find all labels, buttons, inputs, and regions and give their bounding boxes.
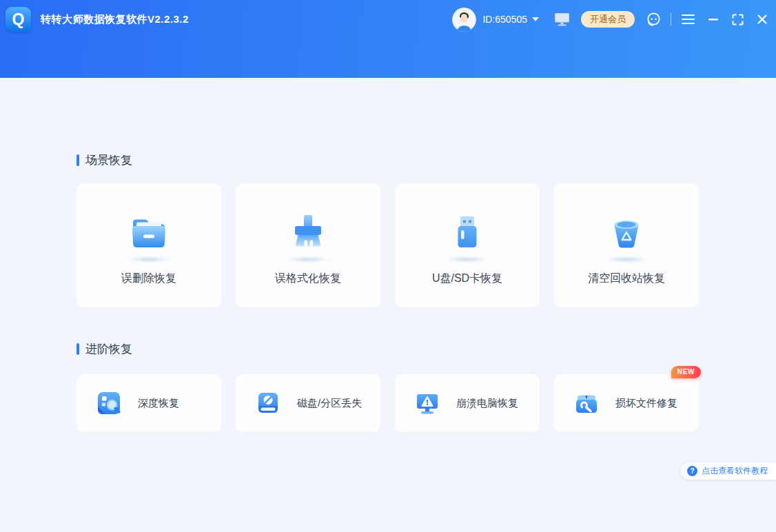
crashed-pc-icon [413, 389, 441, 417]
minimize-icon [708, 14, 719, 25]
vip-upgrade-button[interactable]: 开通会员 [581, 11, 635, 28]
section-title-advanced: 进阶恢复 [76, 342, 699, 356]
device-monitor-icon[interactable] [554, 12, 570, 26]
usb-drive-icon [445, 210, 489, 254]
card-label: 磁盘/分区丢失 [297, 397, 362, 410]
app-logo-icon: Q [6, 7, 31, 32]
section-accent-bar [76, 154, 79, 166]
icon-shadow [604, 256, 649, 263]
maximize-icon [732, 14, 744, 25]
recycle-bin-icon [604, 210, 649, 254]
card-label: 崩溃电脑恢复 [456, 397, 518, 410]
app-title: 转转大师数据恢复软件V2.2.3.2 [41, 13, 189, 26]
main-content: 场景恢复 误删除恢复 [76, 78, 699, 432]
disk-partition-icon [254, 389, 282, 417]
close-icon [757, 14, 768, 25]
broom-icon [286, 210, 330, 254]
folder-icon [127, 210, 171, 254]
card-label: 误格式化恢复 [275, 272, 341, 286]
card-crashed-pc-recovery[interactable]: 崩溃电脑恢复 [395, 374, 540, 432]
card-deep-recovery[interactable]: 深度恢复 [76, 374, 221, 432]
scene-card-grid: 误删除恢复 误格式化恢复 [76, 183, 699, 307]
title-bar: Q 转转大师数据恢复软件V2.2.3.2 ID:650505 [0, 0, 776, 78]
minimize-button[interactable] [708, 14, 719, 25]
help-label: 点击查看软件教程 [702, 465, 768, 477]
user-avatar-icon [452, 8, 476, 32]
section-title-text: 进阶恢复 [85, 341, 132, 357]
card-usb-sd-recovery[interactable]: U盘/SD卡恢复 [395, 183, 540, 307]
chevron-down-icon[interactable] [532, 17, 539, 21]
card-label: 清空回收站恢复 [588, 272, 665, 286]
card-label: 误删除恢复 [121, 272, 176, 286]
icon-shadow [285, 256, 331, 263]
icon-shadow [445, 256, 490, 263]
card-label: 损坏文件修复 [615, 397, 677, 410]
card-recycle-bin-recovery[interactable]: 清空回收站恢复 [554, 183, 699, 307]
file-repair-icon [573, 389, 600, 417]
tutorial-help-button[interactable]: ? 点击查看软件教程 [681, 462, 776, 480]
advanced-card-grid: 深度恢复 磁盘/分区丢失 [76, 374, 699, 432]
question-circle-icon: ? [687, 466, 697, 476]
close-button[interactable] [757, 14, 768, 25]
new-badge: NEW [671, 366, 701, 378]
customer-service-icon[interactable] [645, 11, 662, 28]
icon-shadow [126, 256, 172, 263]
section-title-scene: 场景恢复 [76, 153, 699, 167]
section-title-text: 场景恢复 [85, 152, 132, 168]
card-deleted-file-recovery[interactable]: 误删除恢复 [76, 183, 221, 307]
card-label: U盘/SD卡恢复 [432, 272, 502, 286]
card-disk-partition-loss[interactable]: 磁盘/分区丢失 [236, 374, 380, 432]
card-file-repair[interactable]: NEW 损坏文件修复 [554, 374, 699, 432]
maximize-button[interactable] [732, 14, 744, 25]
header-divider [671, 12, 671, 26]
section-accent-bar [76, 343, 79, 355]
card-label: 深度恢复 [138, 397, 179, 410]
card-format-recovery[interactable]: 误格式化恢复 [236, 183, 380, 307]
user-avatar[interactable] [452, 8, 476, 32]
user-id[interactable]: ID:650505 [482, 14, 527, 25]
hamburger-menu-button[interactable] [682, 14, 695, 25]
hamburger-menu-icon [682, 14, 695, 25]
logo-letter: Q [12, 10, 25, 29]
deep-scan-icon [95, 389, 123, 417]
